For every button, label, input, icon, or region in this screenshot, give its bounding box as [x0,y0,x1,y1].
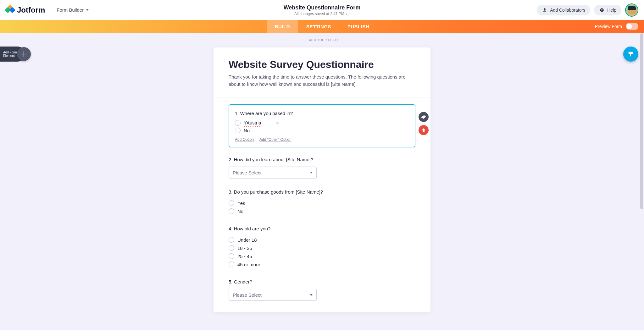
scrollbar-thumb[interactable] [640,33,643,209]
q4-option-2[interactable]: 18 - 25 [229,244,415,252]
q2-select[interactable]: Please Select [229,167,317,179]
jotform-mark-icon [6,6,14,14]
revert-icon[interactable] [346,12,350,15]
q1-option-2-text[interactable]: No [244,128,250,133]
remove-option-icon[interactable]: ✕ [276,121,279,125]
radio-icon [229,208,234,214]
q2-label: 2. How did you learn about [Site Name]? [229,157,415,162]
radio-icon [235,120,241,126]
tab-build[interactable]: BUILD [267,20,298,33]
form-heading: Website Survey Questionnaire [229,59,415,70]
q3-option-1[interactable]: Yes [229,199,415,207]
person-icon [542,7,547,13]
radio-icon [229,245,234,251]
q4-option-1-text: Under 18 [237,237,257,243]
add-collaborators-label: Add Collaborators [550,8,585,13]
help-button[interactable]: ? Help [594,5,621,15]
q1-label[interactable]: 1. Where are you based in? [235,111,409,116]
preview-toggle-group: Preview Form [595,23,638,30]
brand-wordmark: Jotform [17,6,45,14]
drag-handle-icon[interactable] [267,121,270,125]
radio-icon [229,200,234,206]
add-option-link[interactable]: Add Option [235,137,254,142]
question-5[interactable]: 5. Gender? Please Select [214,268,430,301]
add-other-option-link[interactable]: Add "Other" Option [259,137,291,142]
preview-toggle[interactable] [626,23,638,30]
mode-tabs: BUILD SETTINGS PUBLISH Preview Form [0,20,644,33]
question-3[interactable]: 3. Do you purchase goods from [Site Name… [214,179,430,215]
q4-option-2-text: 18 - 25 [237,245,252,251]
help-icon: ? [599,7,605,13]
q5-label: 5. Gender? [229,279,415,284]
q1-option-1-text[interactable]: YAustria [244,120,261,125]
add-logo-label: + ADD YOUR LOGO [302,38,342,42]
radio-icon [235,128,241,133]
tab-settings-label: SETTINGS [306,24,331,29]
form-builder-label: Form Builder [57,7,84,13]
paint-roller-icon [627,51,634,58]
radio-icon [229,253,234,259]
q4-option-4[interactable]: 45 or more [229,260,415,268]
chevron-down-icon [86,9,89,11]
q1-option-1-row[interactable]: YAustria ✕ [235,119,409,127]
q5-select-value: Please Select [233,292,262,298]
q1-option-2-row[interactable]: No [235,127,409,134]
q4-option-3[interactable]: 25 - 45 [229,252,415,260]
question-side-actions [419,112,429,135]
q4-option-4-text: 45 or more [237,262,260,267]
add-form-element-label: Add Form Element [3,51,17,58]
q4-option-1[interactable]: Under 18 [229,236,415,244]
form-canvas: + ADD YOUR LOGO Website Survey Questionn… [214,33,430,312]
q4-option-3-text: 25 - 45 [237,254,252,259]
preview-label: Preview Form [595,24,622,29]
plus-icon [17,47,31,61]
vertical-divider [51,6,51,14]
form-designer-button[interactable] [623,47,638,62]
form-card: Website Survey Questionnaire Thank you f… [214,47,430,312]
question-delete-button[interactable] [419,125,429,135]
radio-icon [229,237,234,243]
question-1-selected[interactable]: 1. Where are you based in? YAustria ✕ No… [229,104,415,147]
add-collaborators-button[interactable]: Add Collaborators [537,5,590,15]
form-builder-dropdown[interactable]: Form Builder [57,7,89,13]
trash-icon [421,128,426,132]
q4-label: 4. How old are you? [229,226,415,231]
chevron-down-icon [310,294,313,296]
user-avatar[interactable] [625,3,638,17]
question-2[interactable]: 2. How did you learn about [Site Name]? … [214,147,430,179]
form-subheading: Thank you for taking the time to answer … [229,74,415,88]
q5-select[interactable]: Please Select [229,289,317,301]
tab-publish-label: PUBLISH [347,24,369,29]
add-logo-slot[interactable]: + ADD YOUR LOGO [214,38,430,42]
svg-text:?: ? [601,8,603,11]
dash-right [342,40,430,40]
tab-settings[interactable]: SETTINGS [298,20,339,33]
help-label: Help [607,8,616,13]
q3-option-2-text: No [237,209,243,214]
q3-label: 3. Do you purchase goods from [Site Name… [229,189,415,195]
tab-publish[interactable]: PUBLISH [339,20,377,33]
brand-logo[interactable]: Jotform [6,6,45,14]
q3-option-1-text: Yes [237,201,245,206]
toggle-knob [626,24,632,29]
question-settings-button[interactable] [419,112,429,122]
dash-left [214,40,302,40]
header-center: Website Questionnaire Form All changes s… [284,0,361,20]
gear-icon [421,114,426,119]
chevron-down-icon [310,172,313,173]
scrollbar-track [640,33,644,330]
avatar-image [628,6,636,14]
radio-icon [229,261,234,267]
form-title[interactable]: Website Questionnaire Form [284,4,361,11]
question-4[interactable]: 4. How old are you? Under 18 18 - 25 25 … [214,215,430,268]
q2-select-value: Please Select [233,170,262,175]
app-header: Jotform Form Builder Website Questionnai… [0,0,644,20]
add-form-element-button[interactable]: Add Form Element [0,47,25,62]
text-cursor [248,121,248,126]
save-status: All changes saved at 2:47 PM [294,12,344,16]
form-header-block[interactable]: Website Survey Questionnaire Thank you f… [214,47,430,97]
tab-build-label: BUILD [275,24,290,29]
q3-option-2[interactable]: No [229,207,415,215]
